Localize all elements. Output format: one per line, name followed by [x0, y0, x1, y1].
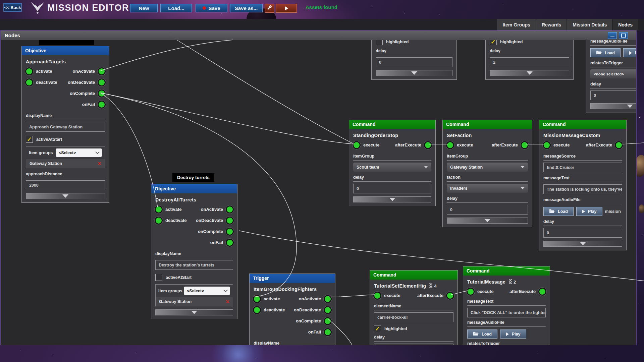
- port-on-activate[interactable]: onActivate: [196, 204, 234, 215]
- checkbox-unchecked[interactable]: [155, 274, 162, 281]
- tools-button[interactable]: [265, 4, 274, 13]
- collapse-slider[interactable]: [490, 70, 569, 76]
- port-activate[interactable]: activate: [253, 293, 285, 304]
- port-dot-icon[interactable]: [324, 317, 332, 325]
- node-header[interactable]: Command: [443, 120, 532, 129]
- display-name-input[interactable]: Destroy the station's turrets: [155, 260, 233, 270]
- port-activate[interactable]: activate: [155, 204, 187, 215]
- audio-load-button[interactable]: Load: [543, 207, 574, 216]
- remove-item-group-icon[interactable]: ×: [226, 299, 229, 304]
- node-header[interactable]: Command: [463, 266, 550, 276]
- port-execute[interactable]: execute: [543, 139, 570, 150]
- port-dot-icon[interactable]: [538, 288, 546, 296]
- collapse-slider[interactable]: [590, 103, 636, 109]
- port-deactivate[interactable]: deactivate: [25, 77, 57, 88]
- audio-load-button[interactable]: Load: [467, 329, 497, 339]
- port-after-execute[interactable]: afterExecute: [395, 139, 432, 150]
- collapse-slider[interactable]: [447, 218, 528, 224]
- port-dot-icon[interactable]: [424, 141, 432, 149]
- audio-play-button[interactable]: Play: [576, 207, 602, 216]
- port-dot-icon[interactable]: [373, 292, 381, 300]
- delay-input[interactable]: 0: [543, 228, 622, 238]
- port-on-deactivate[interactable]: onDeactivate: [294, 304, 332, 315]
- port-dot-icon[interactable]: [98, 67, 106, 75]
- node-header[interactable]: Objective: [151, 184, 237, 193]
- delay-input[interactable]: 0: [353, 184, 431, 193]
- approach-distance-input[interactable]: 2000: [26, 180, 105, 190]
- checkbox-checked[interactable]: ✓: [490, 40, 497, 45]
- port-dot-icon[interactable]: [226, 228, 234, 236]
- audio-play-button[interactable]: Play: [500, 329, 526, 339]
- display-name-input[interactable]: Approach Gateway Station: [26, 122, 105, 132]
- tab-item-groups[interactable]: Item Groups: [497, 19, 535, 31]
- port-on-complete[interactable]: onComplete: [68, 88, 106, 99]
- port-dot-icon[interactable]: [543, 141, 551, 149]
- port-dot-icon[interactable]: [521, 141, 529, 149]
- new-button[interactable]: New: [130, 4, 158, 12]
- port-after-execute[interactable]: afterExecute: [417, 290, 454, 301]
- port-dot-icon[interactable]: [98, 78, 106, 86]
- port-execute[interactable]: execute: [467, 286, 493, 297]
- node-partial-right-edge[interactable]: messageAudioFile Load Play relatesToTrig…: [586, 40, 636, 113]
- delay-input[interactable]: 4: [374, 344, 453, 345]
- port-on-fail[interactable]: onFail: [68, 99, 106, 110]
- port-after-execute[interactable]: afterExecute: [492, 139, 529, 150]
- run-mission-button[interactable]: [276, 4, 297, 13]
- checkbox-checked[interactable]: ✓: [26, 136, 33, 143]
- remove-item-group-icon[interactable]: ×: [98, 161, 101, 166]
- port-dot-icon[interactable]: [615, 141, 623, 149]
- port-dot-icon[interactable]: [25, 67, 33, 75]
- port-execute[interactable]: execute: [446, 139, 473, 150]
- port-deactivate[interactable]: deactivate: [253, 304, 285, 315]
- delay-input[interactable]: 0: [590, 90, 636, 100]
- port-on-deactivate[interactable]: onDeactivate: [68, 77, 106, 88]
- port-on-fail[interactable]: onFail: [196, 237, 234, 248]
- message-text-input[interactable]: The station is locking onto us, they've …: [543, 184, 622, 194]
- message-text-input[interactable]: Click "DOCK ALL" to order the fighters t: [467, 308, 546, 317]
- node-header[interactable]: Trigger: [250, 274, 335, 283]
- item-groups-select[interactable]: <Select>: [184, 287, 230, 295]
- node-header[interactable]: Command: [349, 120, 435, 129]
- back-button[interactable]: << Back: [3, 3, 22, 12]
- port-dot-icon[interactable]: [253, 306, 261, 314]
- port-dot-icon[interactable]: [155, 205, 163, 214]
- port-dot-icon[interactable]: [324, 328, 332, 336]
- collapse-slider[interactable]: [543, 241, 622, 247]
- tab-mission-details[interactable]: Mission Details: [567, 19, 612, 31]
- element-name-input[interactable]: carrier-dock-all: [374, 312, 453, 322]
- port-execute[interactable]: execute: [353, 139, 379, 150]
- node-trigger-item-group-docking-fighters[interactable]: Trigger ItemGroupDockingFighters activat…: [249, 274, 335, 345]
- port-dot-icon[interactable]: [353, 141, 361, 149]
- delay-input[interactable]: 0: [376, 57, 452, 67]
- port-dot-icon[interactable]: [226, 217, 234, 225]
- delay-input[interactable]: 0: [447, 205, 528, 215]
- port-after-execute[interactable]: afterExecute: [509, 286, 546, 297]
- port-on-deactivate[interactable]: onDeactivate: [196, 215, 234, 226]
- collapse-slider[interactable]: [376, 70, 452, 76]
- checkbox-checked[interactable]: ✓: [374, 325, 381, 332]
- item-group-dropdown[interactable]: Gateway Station: [447, 163, 528, 172]
- node-command-tutorial-message[interactable]: Command TutorialMessage 2 execute afterE…: [463, 266, 550, 345]
- node-partial-top-left[interactable]: highlighted delay 0: [371, 40, 457, 80]
- collapse-slider[interactable]: [353, 196, 431, 202]
- port-on-fail[interactable]: onFail: [294, 326, 332, 338]
- load-button[interactable]: Load...: [160, 4, 192, 12]
- node-command-set-faction[interactable]: Command SetFaction execute afterExecute …: [442, 120, 532, 227]
- node-command-standing-order-stop[interactable]: Command StandingOrderStop execute afterE…: [349, 120, 436, 206]
- node-header[interactable]: Command: [370, 270, 458, 280]
- collapse-slider[interactable]: [26, 193, 105, 199]
- port-dot-icon[interactable]: [226, 205, 234, 214]
- save-as-button[interactable]: Save as...: [230, 4, 263, 12]
- tab-nodes[interactable]: Nodes: [613, 19, 638, 31]
- message-source-input[interactable]: find:0:Cruiser: [543, 163, 622, 172]
- collapse-slider[interactable]: [155, 309, 233, 315]
- port-dot-icon[interactable]: [253, 295, 261, 303]
- audio-play-button[interactable]: Play: [623, 48, 636, 57]
- faction-dropdown[interactable]: Invaders: [447, 184, 528, 193]
- port-deactivate[interactable]: deactivate: [155, 215, 187, 226]
- port-after-execute[interactable]: afterExecute: [586, 139, 623, 150]
- node-objective-destroy-all-turrets[interactable]: Objective DestroyAllTurrets activate dea…: [151, 184, 237, 319]
- maximize-button[interactable]: [619, 32, 628, 39]
- port-dot-icon[interactable]: [25, 78, 33, 86]
- item-groups-select[interactable]: <Select>: [56, 148, 102, 157]
